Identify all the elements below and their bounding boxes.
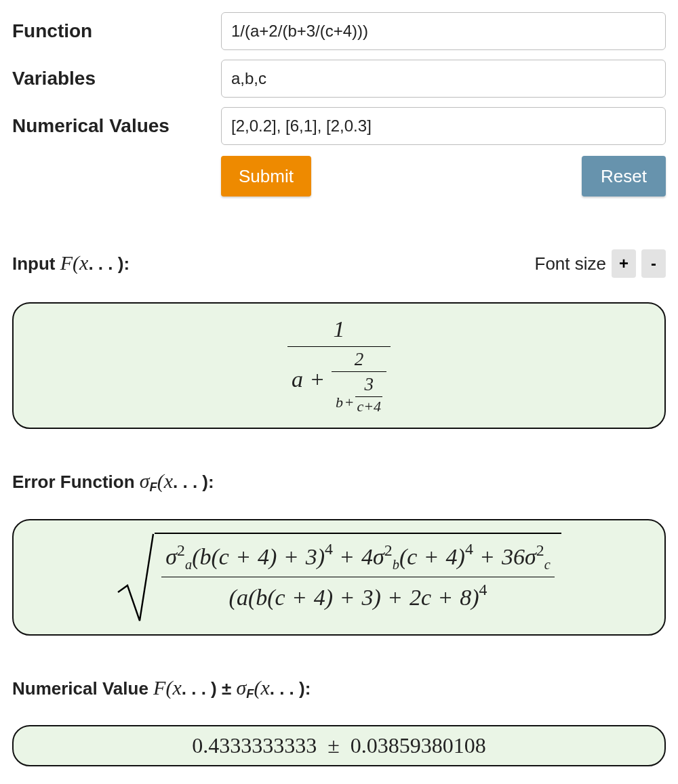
input-formula: 1 a + 2 b+3c+4 — [287, 316, 391, 415]
input-formula-box: 1 a + 2 b+3c+4 — [12, 302, 666, 429]
function-label: Function — [12, 20, 216, 42]
reset-button[interactable]: Reset — [582, 156, 666, 197]
submit-button[interactable]: Submit — [221, 156, 311, 197]
numeric-value: 0.4333333333 — [192, 733, 317, 758]
font-size-label: Font size — [535, 253, 607, 274]
variables-input[interactable] — [221, 60, 666, 98]
numeric-value-box: 0.4333333333 ± 0.03859380108 — [12, 725, 666, 766]
numvals-label: Numerical Values — [12, 115, 216, 137]
function-input[interactable] — [221, 12, 666, 50]
input-section-title: Input F(x. . . ): — [12, 251, 129, 274]
error-formula: σ2a(b(c + 4) + 3)4 + 4σ2b(c + 4)4 + 36σ2… — [117, 533, 561, 622]
font-size-decrease-button[interactable]: - — [641, 249, 666, 278]
input-form: Function Variables Numerical Values Subm… — [12, 12, 666, 197]
error-formula-box: σ2a(b(c + 4) + 3)4 + 4σ2b(c + 4)4 + 36σ2… — [12, 519, 666, 636]
numeric-section-title: Numerical Value F(x. . . ) ± σF(x. . . )… — [12, 676, 311, 701]
radical-icon — [117, 533, 155, 622]
error-section-title: Error Function σF(x. . . ): — [12, 470, 214, 495]
variables-label: Variables — [12, 68, 216, 89]
numeric-error: 0.03859380108 — [351, 733, 486, 758]
font-size-increase-button[interactable]: + — [612, 249, 636, 278]
numvals-input[interactable] — [221, 107, 666, 145]
